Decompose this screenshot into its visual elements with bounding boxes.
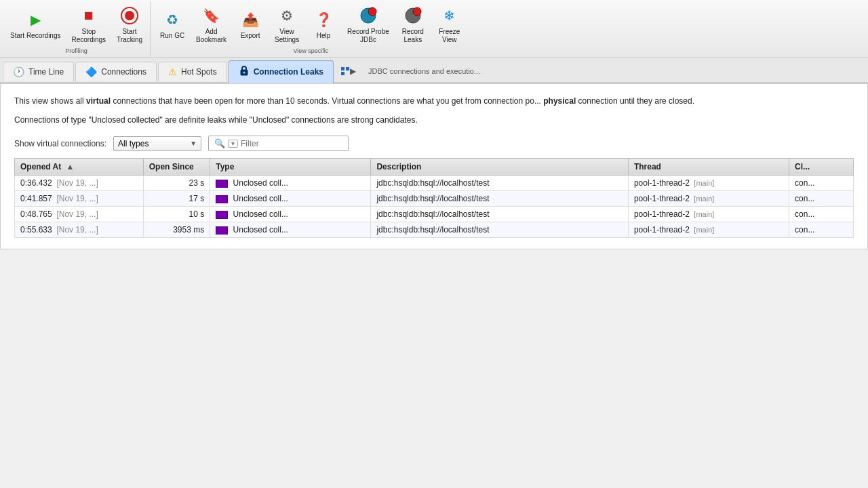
svg-rect-8: [341, 67, 344, 70]
start-tracking-label: StartTracking: [117, 28, 142, 44]
opened-at-value: 0:48.765: [20, 209, 52, 219]
view-settings-label: ViewSettings: [275, 28, 299, 44]
filter-dropdown-icon[interactable]: ▼: [228, 140, 238, 148]
search-input[interactable]: [241, 139, 342, 148]
help-label: Help: [317, 32, 331, 40]
col-header-description[interactable]: Description: [371, 159, 629, 176]
export-button[interactable]: 📤 Export: [233, 5, 268, 52]
toolbar-group-profiling: ▶ Start Recordings ⏹ StopRecordings Star…: [3, 1, 151, 56]
opened-at-detail: [Nov 19, ...]: [54, 194, 98, 203]
profiling-group-label: Profiling: [3, 47, 150, 54]
filter-bar: Show virtual connections: All types ▼ 🔍 …: [14, 136, 854, 151]
type-label: Type: [216, 162, 234, 171]
timeline-icon: 🕐: [13, 66, 24, 77]
table-header-row: Opened At ▲ Open Since Type Description …: [15, 159, 854, 176]
col-header-cl[interactable]: Cl...: [789, 159, 854, 176]
thread-detail: [main]: [692, 226, 714, 234]
cell-cl: con...: [789, 207, 854, 222]
col-header-opened-at[interactable]: Opened At ▲: [15, 159, 144, 176]
run-gc-button[interactable]: ♻ Run GC: [155, 5, 190, 52]
cell-thread: pool-1-thread-2 [main]: [628, 176, 789, 191]
col-header-type[interactable]: Type: [210, 159, 371, 176]
connection-leaks-icon: [239, 65, 250, 78]
search-icon: 🔍: [214, 138, 225, 148]
table-row[interactable]: 0:41.857 [Nov 19, ...] 17 s Unclosed col…: [15, 191, 854, 207]
thread-value: pool-1-thread-2: [634, 178, 690, 188]
col-header-open-since[interactable]: Open Since: [143, 159, 210, 176]
cell-thread: pool-1-thread-2 [main]: [628, 191, 789, 207]
start-recordings-label: Start Recordings: [10, 32, 60, 40]
tab-overflow-text: JDBC connections and executio...: [363, 64, 486, 78]
thread-detail: [main]: [692, 210, 714, 218]
svg-point-7: [243, 72, 245, 74]
table-body: 0:36.432 [Nov 19, ...] 23 s Unclosed col…: [15, 176, 854, 238]
table-row[interactable]: 0:55.633 [Nov 19, ...] 3953 ms Unclosed …: [15, 222, 854, 238]
svg-point-1: [125, 11, 134, 20]
record-leaks-label: RecordLeaks: [402, 28, 424, 44]
cell-thread: pool-1-thread-2 [main]: [628, 207, 789, 222]
sort-asc-icon: ▲: [66, 162, 75, 171]
run-gc-icon: ♻: [161, 9, 183, 30]
cell-open-since: 17 s: [143, 191, 210, 207]
connection-type-select[interactable]: All types ▼: [113, 136, 201, 151]
table-row[interactable]: 0:36.432 [Nov 19, ...] 23 s Unclosed col…: [15, 176, 854, 191]
tab-hotspots[interactable]: ⚠ Hot Spots: [158, 62, 227, 81]
type-value: Unclosed coll...: [233, 209, 288, 219]
type-color-badge: [216, 180, 228, 188]
help-icon: ❓: [313, 9, 334, 30]
record-probe-jdbc-icon: [357, 5, 379, 26]
cell-opened-at: 0:36.432 [Nov 19, ...]: [15, 176, 144, 191]
opened-at-label: Opened At: [20, 162, 61, 171]
toolbar-group-view-specific: ♻ Run GC 🔖 AddBookmark 📤 Export ⚙ ViewSe…: [152, 1, 470, 56]
export-icon: 📤: [239, 9, 261, 30]
cell-cl: con...: [789, 222, 854, 238]
record-leaks-icon: [402, 5, 424, 26]
col-header-thread[interactable]: Thread: [628, 159, 789, 176]
table-row[interactable]: 0:48.765 [Nov 19, ...] 10 s Unclosed col…: [15, 207, 854, 222]
cell-opened-at: 0:41.857 [Nov 19, ...]: [15, 191, 144, 207]
tab-connection-leaks-label: Connection Leaks: [254, 67, 323, 77]
start-recordings-button[interactable]: ▶ Start Recordings: [5, 5, 65, 52]
freeze-view-label: FreezeView: [439, 28, 460, 44]
description-paragraph-2: Connections of type "Unclosed collected"…: [14, 115, 854, 125]
opened-at-value: 0:36.432: [20, 178, 52, 188]
help-button[interactable]: ❓ Help: [306, 5, 341, 52]
cell-description: jdbc:hsqldb:hsql://localhost/test: [371, 207, 629, 222]
cell-open-since: 3953 ms: [143, 222, 210, 238]
tab-bar: 🕐 Time Line 🔷 Connections ⚠ Hot Spots Co…: [0, 58, 868, 83]
type-value: Unclosed coll...: [233, 225, 288, 235]
cell-thread: pool-1-thread-2 [main]: [628, 222, 789, 238]
select-dropdown-icon: ▼: [190, 140, 197, 147]
cell-type: Unclosed coll...: [210, 176, 371, 191]
type-value: Unclosed coll...: [233, 194, 288, 203]
toolbar: ▶ Start Recordings ⏹ StopRecordings Star…: [0, 0, 868, 58]
cell-description: jdbc:hsqldb:hsql://localhost/test: [371, 176, 629, 191]
tab-more-button[interactable]: ▶: [335, 62, 361, 80]
thread-detail: [main]: [692, 195, 714, 203]
open-since-label: Open Since: [149, 162, 194, 171]
run-gc-label: Run GC: [160, 32, 184, 40]
opened-at-value: 0:55.633: [20, 225, 52, 235]
opened-at-value: 0:41.857: [20, 194, 52, 203]
filter-label: Show virtual connections:: [14, 139, 106, 148]
stop-recordings-icon: ⏹: [78, 5, 100, 26]
type-color-badge: [216, 195, 228, 203]
svg-rect-10: [341, 72, 344, 75]
svg-point-5: [413, 7, 421, 16]
svg-point-3: [368, 7, 376, 16]
tab-connection-leaks[interactable]: Connection Leaks: [229, 60, 334, 83]
tab-connections[interactable]: 🔷 Connections: [75, 62, 157, 81]
thread-value: pool-1-thread-2: [634, 194, 690, 203]
physical-bold: physical: [543, 96, 576, 106]
view-settings-icon: ⚙: [276, 5, 298, 26]
tab-timeline[interactable]: 🕐 Time Line: [3, 62, 74, 81]
tab-connections-label: Connections: [101, 67, 146, 77]
type-color-badge: [216, 226, 228, 235]
description-label: Description: [376, 162, 421, 171]
tab-hotspots-label: Hot Spots: [181, 67, 217, 77]
opened-at-detail: [Nov 19, ...]: [54, 209, 98, 219]
thread-value: pool-1-thread-2: [634, 209, 690, 219]
start-tracking-icon: [119, 5, 140, 26]
stop-recordings-label: StopRecordings: [71, 28, 106, 44]
type-value: Unclosed coll...: [233, 178, 288, 188]
